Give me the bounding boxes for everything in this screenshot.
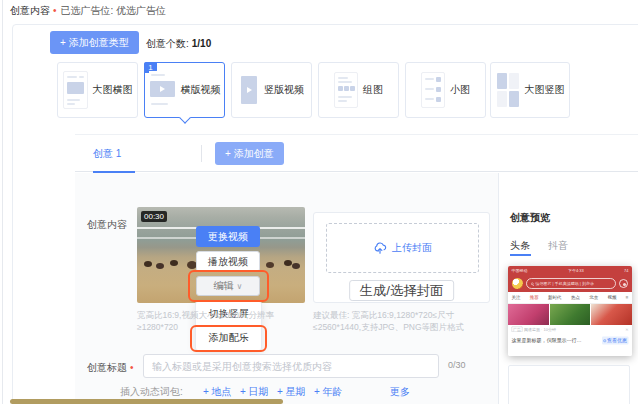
- nav-recommend: 推荐: [530, 294, 539, 301]
- preview-tab-toutiao[interactable]: 头条: [510, 239, 530, 253]
- cover-upload-box: 上传封面 生成/选择封面: [313, 212, 490, 303]
- nav-follow: 关注: [512, 294, 521, 301]
- dynamic-words-more-link[interactable]: 更多: [390, 385, 410, 399]
- large-vertical-image-icon: [496, 72, 520, 108]
- nav-video: 视频: [608, 294, 617, 301]
- type-card-vertical-video[interactable]: 竖版视频: [231, 62, 312, 118]
- phone-search-row: 情侣图片 | 手机高清壁纸 | 刘亦菲: [508, 275, 632, 292]
- plus-icon: +: [60, 37, 66, 48]
- nav-hot: 热点: [571, 294, 580, 301]
- add-creative-type-button[interactable]: + 添加创意类型: [50, 31, 139, 54]
- add-creative-button[interactable]: + 添加创意: [215, 142, 284, 165]
- creative-count-value: 1/10: [192, 38, 211, 49]
- phone-ad-meta-row: 广告网速监测 · 10分钟 ✕: [508, 325, 632, 333]
- section-header: 创意内容•已选广告位: 优选广告位: [10, 4, 166, 17]
- upload-cover-label: 上传封面: [392, 241, 432, 255]
- search-icon: [531, 282, 534, 285]
- title-field-label: 创意标题•: [87, 361, 134, 375]
- ad-tag: 广告: [512, 326, 523, 332]
- status-time: 下午4:33: [568, 268, 584, 274]
- carrier-label: 中国移动: [512, 268, 528, 274]
- hamburger-icon: ≡: [626, 295, 629, 300]
- required-dot: •: [53, 5, 57, 16]
- type-card-image-group[interactable]: 组图: [318, 62, 399, 118]
- dynamic-word-location[interactable]: + 地点: [203, 385, 232, 399]
- generate-select-cover-button[interactable]: 生成/选择封面: [349, 280, 455, 301]
- ad-meta-text: 网速监测 · 10分钟: [524, 327, 556, 332]
- type-card-small-image[interactable]: 小图: [405, 62, 486, 118]
- phone-preview-mock: 中国移动 下午4:33 74 情侣图片 | 手机高清壁纸 | 刘亦菲 关注 推荐…: [508, 266, 632, 356]
- upload-cover-dropzone[interactable]: 上传封面: [326, 223, 479, 273]
- required-dot: •: [130, 362, 134, 373]
- dynamic-words-label: 插入动态词包:: [120, 385, 183, 399]
- feed-image-pink: [508, 304, 549, 325]
- search-placeholder-text: 情侣图片 | 手机高清壁纸 | 刘亦菲: [536, 281, 595, 287]
- creative-count: 创意个数:1/10: [146, 37, 211, 51]
- plus-icon: +: [225, 148, 231, 159]
- feed-image-green: [550, 304, 591, 325]
- edit-video-button[interactable]: 编辑∨: [196, 276, 260, 296]
- ad-cta-chip: 查看优惠: [602, 337, 629, 345]
- type-card-large-horizontal-image[interactable]: 大图横图: [57, 62, 138, 118]
- phone-bottom-padding: [508, 348, 632, 356]
- camera-icon: [619, 279, 628, 288]
- phone-nav-tabs: 关注 推荐 新时代 热点 北京 视频 ≡: [508, 292, 632, 304]
- horizontal-video-icon: [149, 71, 176, 109]
- nav-beijing: 北京: [589, 294, 598, 301]
- creative-title-input[interactable]: [143, 354, 439, 378]
- play-video-button[interactable]: 播放视频: [196, 251, 260, 272]
- dynamic-word-weekday[interactable]: + 星期: [277, 385, 306, 399]
- page-left-border: [2, 0, 3, 404]
- cloud-upload-icon: [373, 242, 387, 254]
- coupon-icon: [604, 339, 607, 342]
- close-icon: ✕: [625, 327, 628, 332]
- image-group-icon: [334, 72, 358, 108]
- dynamic-word-date[interactable]: + 日期: [240, 385, 269, 399]
- page-title: 创意内容: [10, 5, 50, 16]
- content-field-label: 创意内容: [87, 218, 127, 232]
- toutiao-logo-icon: [512, 278, 523, 289]
- preview-secondary-box: [508, 365, 630, 404]
- title-char-counter: 0/30: [448, 360, 466, 370]
- phone-status-bar: 中国移动 下午4:33 74: [508, 266, 632, 275]
- phone-ad-title-row: 这里是新标题，仅限显示一行… 查看优惠: [508, 333, 632, 348]
- placement-label: 已选广告位: 优选广告位: [61, 5, 167, 16]
- phone-search-box: 情侣图片 | 手机高清壁纸 | 刘亦菲: [526, 278, 616, 289]
- feed-image-apple: [591, 304, 632, 325]
- video-duration-badge: 00:30: [141, 211, 167, 222]
- replace-video-button[interactable]: 更换视频: [196, 226, 260, 247]
- cover-spec-text: 建议最佳: 宽高比16:9,1280*720≤尺寸≤2560*1440,支持JP…: [313, 309, 493, 333]
- horizontal-scrollbar-thumb[interactable]: [10, 399, 283, 404]
- creative-editor-screen: 创意内容•已选广告位: 优选广告位 + 添加创意类型 创意个数:1/10 大图横…: [0, 0, 638, 404]
- chevron-down-icon: ∨: [237, 282, 243, 291]
- large-horizontal-image-icon: [63, 71, 88, 109]
- dynamic-word-age[interactable]: + 年龄: [314, 385, 343, 399]
- preview-active-tab-underline: [510, 254, 531, 256]
- ad-title-text: 这里是新标题，仅限显示一行…: [512, 337, 582, 344]
- tab-creative-1[interactable]: 创意 1: [85, 135, 129, 172]
- battery-level: 74: [624, 268, 628, 273]
- tab-divider: [201, 145, 202, 162]
- creative-tabs-bar: 创意 1 + 添加创意: [75, 134, 638, 172]
- vertical-video-icon: [239, 72, 259, 108]
- horses-silhouettes: [137, 262, 143, 266]
- preview-title: 创意预览: [510, 211, 550, 225]
- video-spec-text: 宽高比16:9,视频大小≤1000M,分辨率≥1280*720: [137, 309, 304, 333]
- phone-feed-images: [508, 304, 632, 325]
- small-image-icon: [421, 72, 445, 108]
- type-card-horizontal-video[interactable]: 1 横版视频: [144, 62, 225, 118]
- type-card-large-vertical-image[interactable]: 大图竖图: [490, 62, 570, 118]
- preview-tab-douyin[interactable]: 抖音: [548, 239, 568, 253]
- nav-new-era: 新时代: [548, 294, 562, 301]
